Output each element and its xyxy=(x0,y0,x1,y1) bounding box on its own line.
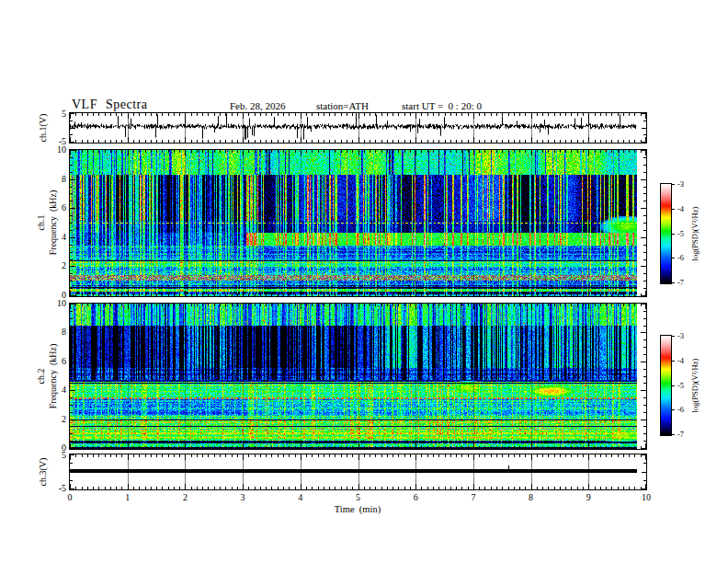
header-station: station=ATH xyxy=(316,101,369,111)
header-start-ut: start UT = 0 : 20: 0 xyxy=(402,101,482,111)
ch3-waveform-canvas xyxy=(70,454,646,489)
spec1-ytick-label: 10 xyxy=(57,145,66,155)
colorbar-ch1-tick xyxy=(671,258,675,259)
colorbar-ch1-tick-label: -6 xyxy=(677,254,684,262)
time-tick-label: 10 xyxy=(642,493,651,502)
ch2-spectrogram-panel xyxy=(69,303,647,450)
colorbar-ch2-gradient xyxy=(661,336,671,435)
colorbar-ch2-tick xyxy=(671,361,675,362)
colorbar-ch1-tick-label: -7 xyxy=(677,279,684,287)
spec1-ytick-label: 6 xyxy=(62,203,66,213)
time-tick-label: 5 xyxy=(356,493,360,502)
spec1-frequency-axis-label: Frequency (kHz) xyxy=(49,190,58,256)
trace1-ytick-label: -5 xyxy=(59,137,66,146)
colorbar-ch1-gradient xyxy=(661,184,671,283)
time-axis-title: Time (min) xyxy=(335,505,381,515)
colorbar-ch1-tick xyxy=(671,209,675,210)
colorbar-ch2-title: log(PSD)(V²/Hz) xyxy=(691,359,700,413)
colorbar-ch1-title: log(PSD)(V²/Hz) xyxy=(691,207,700,261)
ch3-waveform-panel xyxy=(69,454,647,490)
time-tick-label: 1 xyxy=(125,493,130,502)
colorbar-ch1-tick-label: -5 xyxy=(677,229,684,237)
ch3-voltage-axis-label: ch.3(V) xyxy=(39,458,48,487)
time-tick-label: 8 xyxy=(529,493,533,502)
time-tick-label: 6 xyxy=(414,493,418,502)
colorbar-ch1-tick xyxy=(671,282,675,283)
colorbar-ch2-tick-label: -7 xyxy=(677,431,684,439)
colorbar-ch2-tick xyxy=(671,434,675,435)
colorbar-ch1-tick-label: -4 xyxy=(677,205,684,213)
colorbar-ch2-tick-label: -3 xyxy=(677,332,684,340)
colorbar-ch2-tick xyxy=(671,336,675,337)
time-tick-label: 4 xyxy=(298,493,302,502)
colorbar-ch1-tick xyxy=(671,234,675,235)
colorbar-ch1-tick-label: -3 xyxy=(677,180,684,189)
spec2-ytick-label: 4 xyxy=(62,385,66,395)
colorbar-ch2-tick xyxy=(671,409,675,410)
spec2-ytick-label: 10 xyxy=(57,299,66,308)
spec1-channel-axis-label: ch.1 xyxy=(37,215,46,231)
colorbar-ch2-tick-label: -6 xyxy=(677,406,684,414)
ch1-spectrogram-panel xyxy=(69,149,647,297)
time-tick-label: 3 xyxy=(241,493,245,502)
colorbar-ch2-tick xyxy=(671,385,675,386)
spec2-ytick-label: 2 xyxy=(62,415,66,424)
spec1-ytick-label: 4 xyxy=(62,233,66,242)
trace3-ytick-label: -5 xyxy=(59,484,66,493)
header-date: Feb. 28, 2026 xyxy=(230,101,286,111)
spec2-channel-axis-label: ch.2 xyxy=(37,369,46,385)
time-tick-label: 9 xyxy=(586,493,591,502)
vlf-spectra-figure: VLF Spectra Feb. 28, 2026 station=ATH st… xyxy=(0,0,728,563)
time-tick-label: 2 xyxy=(183,493,188,502)
spec1-ytick-label: 8 xyxy=(62,175,66,184)
time-tick-label: 7 xyxy=(471,493,475,502)
ch1-waveform-panel xyxy=(69,112,647,144)
colorbar-ch2-tick-label: -4 xyxy=(677,357,684,365)
trace3-ytick-label: 5 xyxy=(62,451,66,460)
spec2-frequency-axis-label: Frequency (kHz) xyxy=(49,344,58,409)
ch1-waveform-canvas xyxy=(70,113,646,143)
plot-title: VLF Spectra xyxy=(72,98,147,111)
time-tick-label: 0 xyxy=(68,493,73,502)
spec2-ytick-label: 8 xyxy=(62,327,66,337)
ch1-spectrogram-canvas xyxy=(70,150,646,296)
colorbar-ch2-tick-label: -5 xyxy=(677,381,684,389)
ch2-spectrogram-canvas xyxy=(70,304,646,449)
spec2-ytick-label: 6 xyxy=(62,357,66,366)
ch1-voltage-axis-label: ch.1(V) xyxy=(39,114,48,143)
trace1-ytick-label: 5 xyxy=(62,109,66,119)
colorbar-ch1-tick xyxy=(671,184,675,185)
spec1-ytick-label: 2 xyxy=(62,261,66,270)
